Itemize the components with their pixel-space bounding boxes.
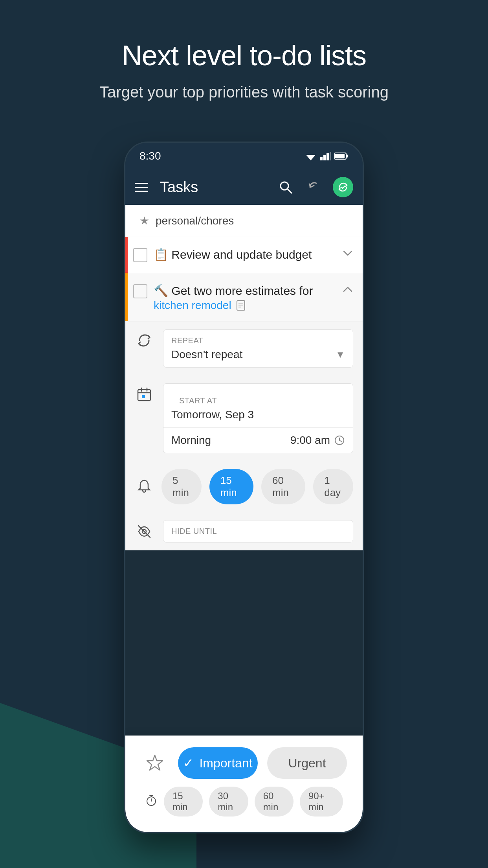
eye-off-svg-icon xyxy=(136,524,152,539)
svg-rect-6 xyxy=(346,154,348,158)
svg-line-24 xyxy=(138,526,150,537)
breadcrumb-label: personal/chores xyxy=(156,215,234,227)
chevron-up-icon xyxy=(342,284,353,295)
status-icons xyxy=(305,152,349,160)
start-at-date-value: Tomorrow, Sep 3 xyxy=(171,407,345,421)
urgent-button[interactable]: Urgent xyxy=(267,747,347,779)
start-at-row: START AT Tomorrow, Sep 3 Morning 9:00 am xyxy=(125,375,363,461)
stopwatch-icon xyxy=(145,794,158,809)
wifi-icon xyxy=(305,152,317,160)
task-checkbox-1[interactable] xyxy=(133,248,147,262)
chip-5min[interactable]: 5 min xyxy=(161,469,202,504)
repeat-row: REPEAT Doesn't repeat ▼ xyxy=(125,322,363,375)
mini-chip-30min[interactable]: 30 min xyxy=(209,787,248,817)
sync-icon xyxy=(337,181,349,193)
note-icon xyxy=(235,300,246,311)
svg-rect-1 xyxy=(320,157,323,160)
svg-rect-10 xyxy=(237,301,245,310)
chip-15min[interactable]: 15 min xyxy=(209,469,253,504)
important-label: Important xyxy=(199,756,252,771)
repeat-label: REPEAT xyxy=(163,330,353,347)
priority-bar-red xyxy=(125,237,128,273)
urgent-label: Urgent xyxy=(288,756,326,771)
menu-button[interactable] xyxy=(135,183,148,192)
mini-chip-15min[interactable]: 15 min xyxy=(164,787,203,817)
hide-until-row: HIDE UNTIL xyxy=(125,512,363,550)
undo-button[interactable] xyxy=(305,178,323,197)
task-item-1[interactable]: 📋 Review and update budget xyxy=(125,237,363,273)
chip-60min[interactable]: 60 min xyxy=(261,469,305,504)
svg-rect-18 xyxy=(142,395,145,398)
hide-icon xyxy=(135,520,154,542)
start-at-time-row: Morning 9:00 am xyxy=(163,428,353,453)
task-checkbox-2[interactable] xyxy=(133,284,147,298)
phone-frame: 8:30 Tasks xyxy=(124,142,364,833)
svg-rect-2 xyxy=(323,155,326,160)
repeat-svg-icon xyxy=(136,333,152,348)
search-icon xyxy=(279,180,293,194)
svg-rect-7 xyxy=(335,154,345,158)
battery-icon xyxy=(334,152,349,160)
time-display: 8:30 xyxy=(139,150,161,162)
app-bar-icons xyxy=(276,177,353,197)
task-title-1: 📋 Review and update budget xyxy=(154,248,312,261)
priority-bar-orange xyxy=(125,273,128,321)
task-subtitle-2: kitchen remodel xyxy=(154,299,341,312)
check-mark: ✓ xyxy=(183,756,194,771)
mini-chips-row: 15 min 30 min 60 min 90+ min xyxy=(141,787,347,817)
bell-svg-icon xyxy=(136,479,152,495)
task-content-1: 📋 Review and update budget xyxy=(154,246,341,263)
svg-rect-3 xyxy=(327,153,329,160)
hide-until-label: HIDE UNTIL xyxy=(171,527,345,536)
svg-marker-25 xyxy=(147,755,163,770)
sync-button[interactable] xyxy=(333,177,353,197)
time-label: Morning xyxy=(171,434,211,447)
task-expand-1[interactable] xyxy=(341,246,355,263)
search-button[interactable] xyxy=(276,178,295,197)
svg-line-9 xyxy=(288,189,292,193)
calendar-svg-icon xyxy=(136,386,152,402)
content-area: ★ personal/chores 📋 Review and update bu… xyxy=(125,205,363,550)
bell-icon xyxy=(135,476,154,498)
notification-row: 5 min 15 min 60 min 1 day xyxy=(125,461,363,512)
subheadline: Target your top priorities with task sco… xyxy=(31,83,457,101)
app-title: Tasks xyxy=(160,179,268,196)
task-item-2[interactable]: 🔨 Get two more estimates for kitchen rem… xyxy=(125,273,363,322)
bottom-bar: ✓ Important Urgent 15 min 30 min 60 min … xyxy=(125,736,363,832)
svg-rect-4 xyxy=(330,152,331,160)
task-title-2: 🔨 Get two more estimates for xyxy=(154,283,341,299)
status-bar: 8:30 xyxy=(125,143,363,169)
breadcrumb[interactable]: ★ personal/chores xyxy=(125,205,363,237)
page-header: Next level to-do lists Target your top p… xyxy=(0,0,488,125)
favorite-button[interactable] xyxy=(141,749,169,777)
repeat-card[interactable]: REPEAT Doesn't repeat ▼ xyxy=(163,329,353,368)
app-bar: Tasks xyxy=(125,169,363,205)
chip-1day[interactable]: 1 day xyxy=(313,469,353,504)
mini-chip-60min[interactable]: 60 min xyxy=(255,787,294,817)
clock-icon xyxy=(334,435,345,446)
task-collapse-2[interactable] xyxy=(341,283,355,300)
headline: Next level to-do lists xyxy=(31,39,457,72)
repeat-dropdown-arrow: ▼ xyxy=(336,349,345,360)
calendar-icon xyxy=(135,383,154,405)
svg-line-21 xyxy=(339,440,341,441)
start-at-label: START AT xyxy=(171,390,345,407)
hide-until-card[interactable]: HIDE UNTIL xyxy=(163,520,353,542)
signal-icon xyxy=(320,152,331,160)
start-at-date: START AT Tomorrow, Sep 3 xyxy=(163,384,353,428)
star-icon: ★ xyxy=(139,214,149,227)
task-content-2: 🔨 Get two more estimates for kitchen rem… xyxy=(154,283,341,312)
start-at-card[interactable]: START AT Tomorrow, Sep 3 Morning 9:00 am xyxy=(163,383,353,453)
important-button[interactable]: ✓ Important xyxy=(178,747,258,779)
undo-icon xyxy=(307,180,321,194)
stopwatch-svg-icon xyxy=(145,794,158,807)
chevron-down-icon xyxy=(342,248,353,259)
time-value: 9:00 am xyxy=(290,434,345,447)
action-row: ✓ Important Urgent xyxy=(141,747,347,779)
repeat-value: Doesn't repeat ▼ xyxy=(163,347,353,367)
mini-chip-90min[interactable]: 90+ min xyxy=(300,787,343,817)
repeat-icon xyxy=(135,329,154,351)
svg-marker-0 xyxy=(306,155,316,160)
star-icon xyxy=(145,754,164,772)
